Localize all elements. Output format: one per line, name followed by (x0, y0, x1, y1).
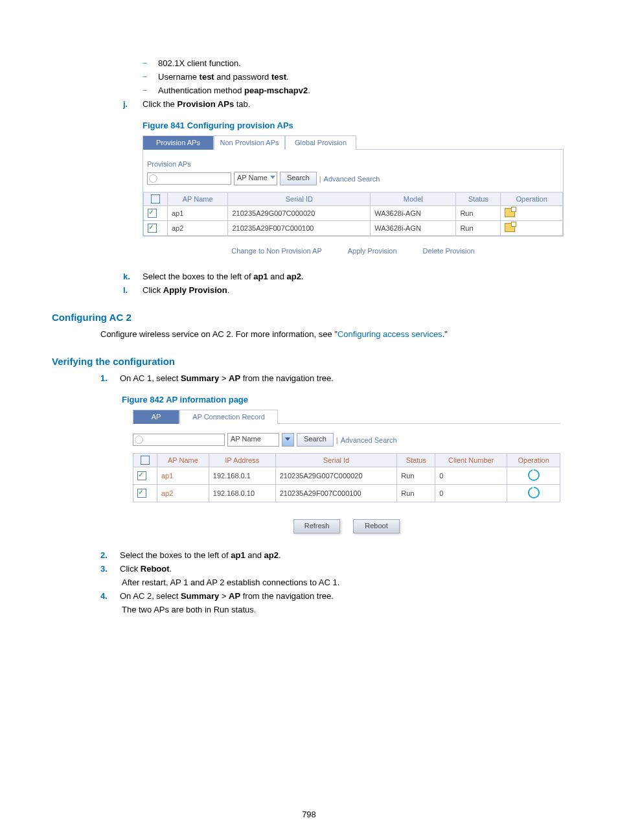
col-ip-address: IP Address (209, 454, 275, 467)
dash-bullet-list: − 802.1X client function. − Username tes… (143, 58, 566, 95)
step-text: On AC 1, select Summary > AP from the na… (120, 373, 334, 383)
col-serial-id: Serial ID (228, 192, 371, 206)
step-marker: k. (123, 272, 143, 281)
tab-provision-aps[interactable]: Provision APs (143, 135, 214, 150)
bullet-text: Authentication method peap-mschapv2. (158, 86, 310, 95)
bullet-text: Username test and password test. (158, 72, 289, 82)
row-checkbox[interactable] (137, 471, 146, 480)
row-checkbox[interactable] (148, 209, 157, 218)
cell-serial: 210235A29F007C000100 (228, 221, 371, 236)
reboot-icon[interactable] (528, 487, 540, 498)
step-marker: 3. (100, 564, 120, 574)
page-number: 798 (0, 810, 618, 819)
cell-ip: 192.168.0.10 (209, 485, 275, 502)
cell-model: WA3628i-AGN (371, 206, 456, 221)
step-marker: 2. (100, 550, 120, 560)
dash-marker: − (143, 72, 158, 82)
apply-provision-link[interactable]: Apply Provision (348, 247, 397, 255)
panel-subheader: Provision APs (143, 150, 563, 172)
step-text: Click Reboot. (120, 564, 172, 574)
change-to-non-provision-link[interactable]: Change to Non Provision AP (231, 247, 321, 255)
col-status: Status (456, 192, 501, 206)
ac2-paragraph: Configure wireless service on AC 2. For … (100, 329, 566, 339)
dash-marker: − (143, 86, 158, 95)
search-button[interactable]: Search (297, 433, 334, 447)
cell-ap-name[interactable]: ap2 (157, 485, 209, 502)
search-field-select[interactable]: AP Name (234, 172, 277, 185)
col-status: Status (397, 454, 435, 467)
step-k: k. Select the boxes to the left of ap1 a… (123, 272, 566, 281)
figure-842: AP AP Connection Record AP Name Search |… (133, 410, 560, 539)
operation-icon[interactable] (505, 208, 515, 217)
cell-ap-name: ap1 (168, 206, 228, 221)
separator: | (319, 175, 321, 183)
delete-provision-link[interactable]: Delete Provision (423, 247, 475, 255)
advanced-search-link[interactable]: Advanced Search (324, 175, 380, 183)
refresh-button[interactable]: Refresh (293, 519, 340, 533)
step-3-after: After restart, AP 1 and AP 2 establish c… (122, 578, 566, 587)
operation-icon[interactable] (505, 223, 515, 232)
step-4: 4. On AC 2, select Summary > AP from the… (100, 591, 566, 601)
figure-842-caption: Figure 842 AP information page (122, 395, 566, 404)
step-text: On AC 2, select Summary > AP from the na… (120, 591, 334, 601)
tab-ap[interactable]: AP (133, 410, 179, 424)
cell-status: Run (456, 206, 501, 221)
search-button[interactable]: Search (280, 172, 317, 185)
reboot-icon[interactable] (528, 469, 540, 481)
search-field-select[interactable]: AP Name (227, 433, 279, 447)
dropdown-arrow-icon[interactable] (282, 433, 294, 447)
col-operation: Operation (501, 192, 563, 206)
select-all-checkbox[interactable] (141, 456, 150, 465)
table-row: ap2 192.168.0.10 210235A29F007C000100 Ru… (133, 485, 560, 502)
search-input[interactable] (147, 172, 231, 185)
bullet-text: 802.1X client function. (158, 58, 241, 68)
cell-serial: 210235A29G007C000020 (228, 206, 371, 221)
cell-serial: 210235A29F007C000100 (275, 485, 397, 502)
section-configuring-ac2: Configuring AC 2 (52, 312, 566, 323)
provision-aps-table: AP Name Serial ID Model Status Operation… (143, 192, 563, 236)
col-model: Model (371, 192, 456, 206)
step-l: l. Click Apply Provision. (123, 285, 566, 295)
advanced-search-link[interactable]: Advanced Search (341, 436, 397, 444)
cell-ap-name[interactable]: ap1 (157, 467, 209, 485)
col-ap-name: AP Name (157, 454, 209, 467)
configuring-access-services-link[interactable]: Configuring access services (338, 329, 442, 339)
figure-841: Provision APs Non Provision APs Global P… (143, 135, 564, 260)
step-j: j. Click the Provision APs tab. (123, 99, 566, 109)
step-marker: 1. (100, 373, 120, 383)
step-marker: l. (123, 285, 143, 295)
cell-status: Run (397, 485, 435, 502)
search-input[interactable] (133, 434, 225, 446)
select-all-checkbox[interactable] (151, 194, 160, 204)
tab-global-provision[interactable]: Global Provision (285, 135, 356, 150)
cell-clients: 0 (435, 467, 507, 485)
cell-status: Run (397, 467, 435, 485)
cell-ap-name: ap2 (168, 221, 228, 236)
cell-serial: 210235A29G007C000020 (275, 467, 397, 485)
row-checkbox[interactable] (137, 489, 146, 498)
figure-841-caption: Figure 841 Configuring provision APs (143, 121, 566, 130)
cell-status: Run (456, 221, 501, 236)
tab-ap-connection-record[interactable]: AP Connection Record (179, 410, 278, 424)
step-marker: j. (123, 99, 143, 109)
tab-non-provision-aps[interactable]: Non Provision APs (214, 135, 285, 150)
col-ap-name: AP Name (168, 192, 228, 206)
step-4-after: The two APs are both in Run status. (122, 605, 566, 614)
search-icon (135, 436, 143, 444)
step-3: 3. Click Reboot. (100, 564, 566, 574)
step-1: 1. On AC 1, select Summary > AP from the… (100, 373, 566, 383)
ap-info-table: AP Name IP Address Serial Id Status Clie… (133, 453, 560, 502)
table-row: ap2 210235A29F007C000100 WA3628i-AGN Run (144, 221, 563, 236)
step-2: 2. Select the boxes to the left of ap1 a… (100, 550, 566, 560)
step-text: Select the boxes to the left of ap1 and … (143, 272, 304, 281)
step-text: Select the boxes to the left of ap1 and … (120, 550, 281, 560)
col-operation: Operation (507, 454, 560, 467)
section-verifying: Verifying the configuration (52, 356, 566, 367)
search-icon (149, 174, 157, 183)
table-row: ap1 210235A29G007C000020 WA3628i-AGN Run (144, 206, 563, 221)
cell-ip: 192.168.0.1 (209, 467, 275, 485)
step-text: Click the Provision APs tab. (143, 99, 250, 109)
reboot-button[interactable]: Reboot (353, 519, 400, 533)
step-marker: 4. (100, 591, 120, 601)
row-checkbox[interactable] (148, 224, 157, 233)
